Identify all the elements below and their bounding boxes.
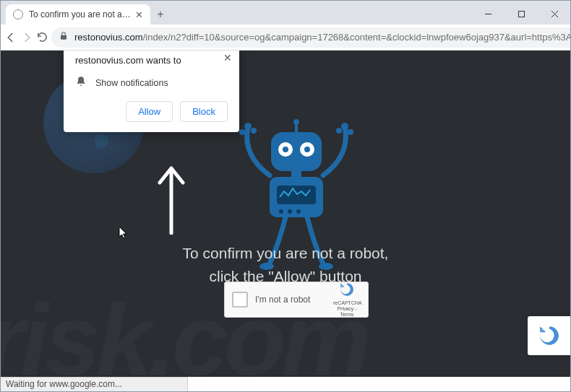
url-path: /index/n2?diff=10&source=og&campaign=172… (143, 32, 571, 43)
permission-item-label: Show notifications (95, 78, 168, 88)
page-content: risk.com (0, 51, 571, 377)
globe-icon (13, 9, 23, 19)
tab-title: To confirm you are not a robot, c (29, 9, 131, 19)
permission-actions: Allow Block (75, 101, 228, 122)
url-text: restonovius.com/index/n2?diff=10&source=… (74, 32, 571, 43)
url-host: restonovius.com (74, 32, 143, 43)
svg-point-14 (336, 128, 342, 134)
svg-point-9 (244, 123, 252, 130)
instruction-line1: To confirm you are not a robot, (0, 242, 571, 265)
svg-point-27 (296, 209, 301, 214)
svg-point-26 (288, 209, 292, 214)
recaptcha-terms: Privacy - Terms (333, 306, 361, 317)
window-controls (471, 3, 571, 25)
svg-point-21 (293, 119, 299, 125)
svg-point-13 (348, 129, 353, 135)
new-tab-button[interactable]: + (150, 4, 171, 25)
permission-title: restonovius.com wants to (75, 55, 228, 66)
recaptcha-badge[interactable] (528, 316, 571, 355)
svg-rect-4 (61, 35, 66, 39)
browser-tab[interactable]: To confirm you are not a robot, c ✕ (6, 4, 150, 25)
svg-rect-22 (291, 171, 301, 177)
reload-button[interactable] (36, 27, 48, 48)
up-arrow-icon (155, 162, 187, 235)
status-text: Waiting for www.google.com... (6, 379, 122, 389)
back-button[interactable] (4, 27, 17, 48)
recaptcha-checkbox[interactable] (232, 292, 248, 308)
browser-toolbar: restonovius.com/index/n2?diff=10&source=… (0, 25, 571, 51)
svg-rect-1 (518, 11, 524, 17)
permission-item: Show notifications (75, 76, 228, 90)
svg-point-11 (251, 128, 257, 134)
svg-point-10 (239, 129, 245, 135)
browser-titlebar: To confirm you are not a robot, c ✕ + (0, 0, 571, 25)
allow-button[interactable]: Allow (126, 101, 173, 122)
minimize-button[interactable] (471, 3, 505, 25)
mouse-cursor-icon (119, 226, 129, 243)
block-button[interactable]: Block (180, 101, 228, 122)
dialog-close-icon[interactable]: ✕ (223, 52, 232, 64)
status-bar: Waiting for www.google.com... (0, 377, 188, 392)
maximize-button[interactable] (505, 3, 538, 25)
recaptcha-widget[interactable]: I'm not a robot reCAPTCHA Privacy - Term… (224, 282, 369, 318)
svg-point-19 (304, 147, 310, 152)
recaptcha-logo: reCAPTCHA Privacy - Terms (333, 282, 361, 317)
recaptcha-brand: reCAPTCHA (333, 300, 361, 306)
bell-icon (75, 76, 87, 90)
address-bar[interactable]: restonovius.com/index/n2?diff=10&source=… (51, 27, 571, 48)
svg-point-25 (279, 209, 283, 214)
decorative-dot (94, 134, 108, 148)
recaptcha-label: I'm not a robot (255, 295, 326, 305)
lock-icon (59, 31, 69, 44)
forward-button[interactable] (20, 27, 33, 48)
svg-rect-24 (277, 186, 316, 204)
svg-point-12 (341, 123, 348, 130)
svg-point-17 (283, 147, 288, 152)
tab-close-icon[interactable]: ✕ (135, 9, 143, 20)
notification-permission-dialog: ✕ restonovius.com wants to Show notifica… (64, 51, 239, 132)
window-close-button[interactable] (538, 3, 571, 25)
